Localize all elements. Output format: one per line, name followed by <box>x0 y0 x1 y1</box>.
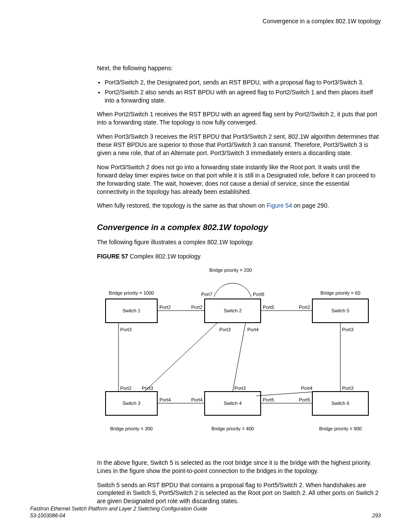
port-label: Port3 <box>342 386 353 391</box>
bullet-item: Port3/Switch 2, the Designated port, sen… <box>105 78 381 87</box>
switch-label: Switch 1 <box>122 308 140 313</box>
switch-label: Switch 4 <box>224 401 242 406</box>
figure-title: Complex 802.1W topology <box>128 253 200 260</box>
port-label: Port5 <box>299 397 310 402</box>
bullet-item: Port2/Switch 2 also sends an RST BPDU wi… <box>105 88 381 105</box>
priority-label: Bridge priority = 900 <box>319 426 362 431</box>
page-number: 293 <box>372 512 381 519</box>
port-label: Port3 <box>219 327 230 332</box>
port-label: Port8 <box>253 292 264 297</box>
figure-caption: FIGURE 57 Complex 802.1W topology <box>97 252 381 261</box>
body-paragraph: When fully restored, the topology is the… <box>97 202 381 210</box>
port-label: Port3 <box>342 327 353 332</box>
port-label: Port4 <box>191 397 202 402</box>
body-paragraph: When Port2/Switch 1 receives the RST BPD… <box>97 110 381 127</box>
port-label: Port2 <box>159 305 171 310</box>
footer-doc-number: 53-1003086-04 <box>30 512 207 519</box>
priority-label: Bridge priority = 1000 <box>109 290 154 296</box>
text-span: on page 290. <box>292 202 329 209</box>
port-label: Port4 <box>301 386 312 391</box>
port-label: Port3 <box>234 386 246 391</box>
switch-label: Switch 5 <box>331 308 349 313</box>
port-label: Port3 <box>142 386 153 391</box>
switch-label: Switch 6 <box>331 401 349 406</box>
port-label: Port2 <box>191 305 202 310</box>
priority-label: Bridge priority = 60 <box>321 290 361 296</box>
text-span: When fully restored, the topology is the… <box>97 202 267 209</box>
body-paragraph: Now Port3/Switch 2 does not go into a fo… <box>97 163 381 196</box>
link <box>256 392 317 396</box>
page-footer: FastIron Ethernet Switch Platform and La… <box>30 505 381 519</box>
running-header: Convergence in a complex 802.1W topology <box>97 17 381 25</box>
intro-text: Next, the following happens: <box>97 64 381 72</box>
section-heading: Convergence in a complex 802.1W topology <box>97 222 381 233</box>
bullet-list: Port3/Switch 2, the Designated port, sen… <box>97 78 381 105</box>
figure-xref-link[interactable]: Figure 54 <box>267 202 292 209</box>
port-label: Port4 <box>247 327 258 332</box>
port-label: Port4 <box>159 397 171 402</box>
port-label: Port3 <box>120 327 131 332</box>
footer-book-title: FastIron Ethernet Switch Platform and La… <box>30 505 207 512</box>
switch-label: Switch 3 <box>122 401 140 406</box>
link <box>144 323 218 392</box>
link <box>233 323 246 392</box>
priority-label: Bridge priority = 400 <box>212 426 254 431</box>
port-label: Port7 <box>201 292 212 297</box>
port-label: Port2 <box>299 305 310 310</box>
body-paragraph: In the above figure, Switch 5 is selecte… <box>97 459 381 475</box>
priority-label: Bridge priority = 300 <box>110 426 153 431</box>
section-intro: The following figure illustrates a compl… <box>97 238 381 246</box>
priority-label: Bridge priority = 200 <box>209 268 252 273</box>
figure-diagram: Bridge priority = 200 Port7 Port8 Bridge… <box>97 267 381 452</box>
self-loop-arc <box>214 283 251 297</box>
body-paragraph: When Port3/Switch 3 receives the RST BPD… <box>97 133 381 157</box>
port-label: Port5 <box>263 397 274 402</box>
switch-label: Switch 2 <box>224 308 242 313</box>
port-label: Port5 <box>263 305 274 310</box>
body-paragraph: Switch 5 sends an RST BPDU that contains… <box>97 481 381 506</box>
port-label: Port2 <box>120 386 131 391</box>
figure-number: FIGURE 57 <box>97 253 128 260</box>
